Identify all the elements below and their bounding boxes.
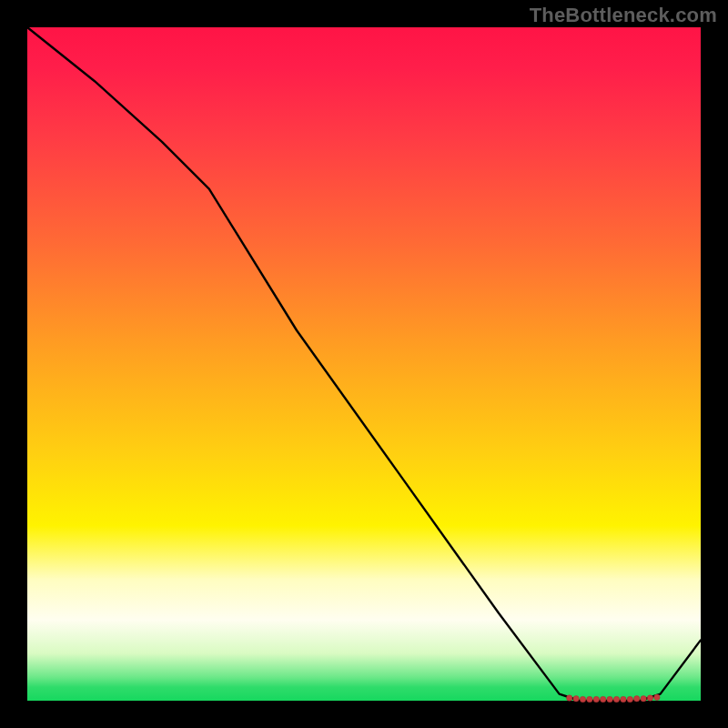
marker-dot bbox=[567, 695, 572, 701]
marker-dot bbox=[654, 694, 660, 700]
marker-dot bbox=[573, 696, 579, 702]
marker-dot bbox=[634, 696, 640, 702]
marker-dot bbox=[601, 696, 606, 702]
marker-dot bbox=[621, 696, 626, 702]
chart-frame: TheBottleneck.com bbox=[0, 0, 728, 728]
marker-dot bbox=[587, 696, 592, 702]
watermark-text: TheBottleneck.com bbox=[530, 4, 717, 27]
marker-dot bbox=[613, 696, 619, 702]
marker-dot bbox=[641, 696, 646, 702]
marker-dot bbox=[580, 696, 585, 702]
marker-dot bbox=[627, 696, 632, 702]
plot-area bbox=[27, 27, 701, 701]
marker-dot bbox=[607, 696, 612, 702]
chart-svg bbox=[27, 27, 701, 701]
marker-dot bbox=[647, 695, 652, 701]
marker-dot bbox=[593, 696, 599, 702]
curve-line bbox=[27, 27, 701, 701]
